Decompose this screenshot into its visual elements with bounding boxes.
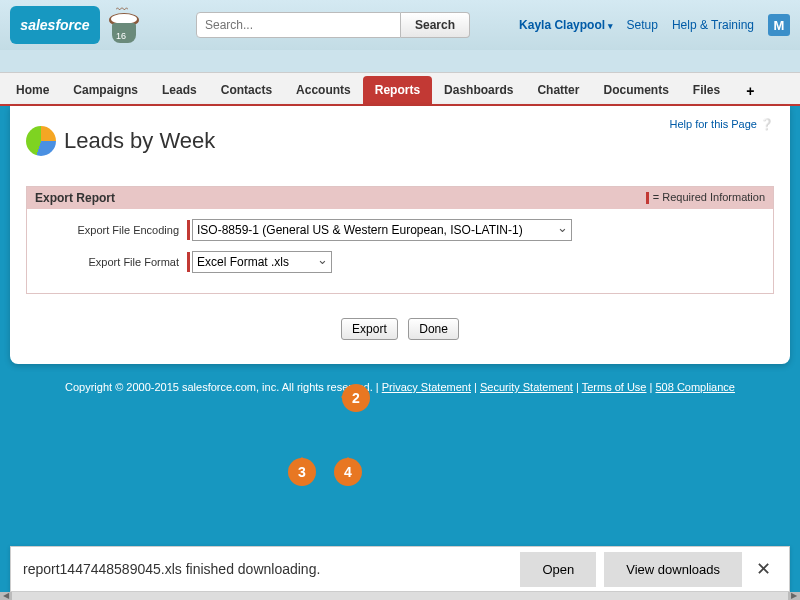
privacy-link[interactable]: Privacy Statement <box>382 381 471 393</box>
search-form: Search <box>196 12 470 38</box>
scroll-left-icon[interactable]: ◀ <box>0 592 12 600</box>
required-indicator <box>187 252 190 272</box>
m-button[interactable]: M <box>768 14 790 36</box>
user-menu[interactable]: Kayla Claypool <box>519 18 613 32</box>
format-select[interactable]: Excel Format .xls <box>192 251 332 273</box>
footer: Copyright © 2000-2015 salesforce.com, in… <box>0 378 800 398</box>
tab-reports[interactable]: Reports <box>363 76 432 104</box>
coffee-mug-icon: 〰 16 <box>106 5 146 45</box>
tab-documents[interactable]: Documents <box>591 76 680 104</box>
encoding-select[interactable]: ISO-8859-1 (General US & Western Europea… <box>192 219 572 241</box>
search-input[interactable] <box>196 12 401 38</box>
salesforce-logo[interactable]: salesforce <box>10 6 100 44</box>
help-for-page-link[interactable]: Help for this Page <box>670 118 775 131</box>
open-download-button[interactable]: Open <box>520 552 596 587</box>
export-button[interactable]: Export <box>341 318 398 340</box>
callout-2: 2 <box>342 384 370 412</box>
compliance-link[interactable]: 508 Compliance <box>655 381 735 393</box>
copyright: Copyright © 2000-2015 salesforce.com, in… <box>65 381 373 393</box>
top-bar: salesforce 〰 16 Search Kayla Claypool Se… <box>0 0 800 50</box>
download-message: report1447448589045.xls finished downloa… <box>23 561 320 577</box>
tab-accounts[interactable]: Accounts <box>284 76 363 104</box>
required-indicator <box>187 220 190 240</box>
tab-leads[interactable]: Leads <box>150 76 209 104</box>
button-row: Export Done <box>26 318 774 340</box>
callout-4: 4 <box>334 458 362 486</box>
page-title: Leads by Week <box>64 128 215 154</box>
format-row: Export File Format Excel Format .xls <box>37 251 763 273</box>
search-button[interactable]: Search <box>401 12 470 38</box>
download-bar: report1447448589045.xls finished downloa… <box>10 546 790 592</box>
content-panel: Help for this Page Leads by Week Export … <box>10 106 790 364</box>
panel-title: Export Report <box>35 191 115 205</box>
tab-contacts[interactable]: Contacts <box>209 76 284 104</box>
setup-link[interactable]: Setup <box>627 18 658 32</box>
required-legend: = Required Information <box>646 191 765 205</box>
close-icon[interactable]: ✕ <box>750 554 777 584</box>
page-title-row: Leads by Week <box>26 126 774 156</box>
tab-home[interactable]: Home <box>4 76 61 104</box>
tab-chatter[interactable]: Chatter <box>525 76 591 104</box>
tab-bar: Home Campaigns Leads Contacts Accounts R… <box>0 72 800 106</box>
horizontal-scrollbar[interactable]: ◀ ▶ <box>0 592 800 600</box>
terms-link[interactable]: Terms of Use <box>582 381 647 393</box>
tab-campaigns[interactable]: Campaigns <box>61 76 150 104</box>
user-links: Kayla Claypool Setup Help & Training M <box>519 14 790 36</box>
report-icon <box>26 126 56 156</box>
tab-files[interactable]: Files <box>681 76 732 104</box>
export-panel: Export Report = Required Information Exp… <box>26 186 774 294</box>
header-spacer <box>0 50 800 72</box>
panel-header: Export Report = Required Information <box>27 187 773 209</box>
encoding-row: Export File Encoding ISO-8859-1 (General… <box>37 219 763 241</box>
done-button[interactable]: Done <box>408 318 459 340</box>
mug-badge: 16 <box>116 31 126 41</box>
help-training-link[interactable]: Help & Training <box>672 18 754 32</box>
encoding-label: Export File Encoding <box>37 224 187 236</box>
panel-body: Export File Encoding ISO-8859-1 (General… <box>27 209 773 293</box>
format-label: Export File Format <box>37 256 187 268</box>
tab-add[interactable]: + <box>738 78 762 104</box>
security-link[interactable]: Security Statement <box>480 381 573 393</box>
view-downloads-button[interactable]: View downloads <box>604 552 742 587</box>
scroll-right-icon[interactable]: ▶ <box>788 592 800 600</box>
tab-dashboards[interactable]: Dashboards <box>432 76 525 104</box>
callout-3: 3 <box>288 458 316 486</box>
